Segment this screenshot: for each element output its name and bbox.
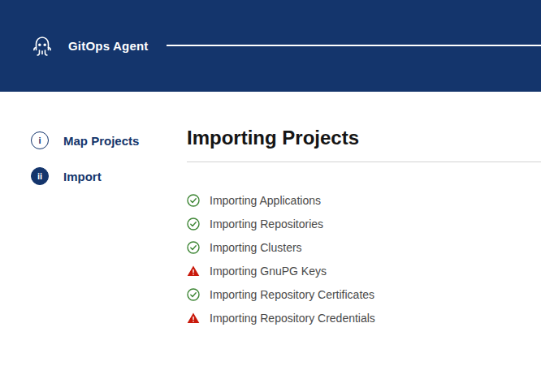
import-status-label: Importing Repository Credentials — [210, 312, 375, 325]
warning-triangle-icon — [187, 312, 200, 325]
page-content: i Map Projects ii Import Importing Proje… — [0, 92, 541, 392]
brand: GitOps Agent — [29, 33, 149, 59]
main-panel: Importing Projects Importing Application… — [187, 92, 541, 392]
import-status-label: Importing Repository Certificates — [210, 288, 374, 301]
wizard-step-label: Map Projects — [63, 134, 139, 148]
wizard-step-import[interactable]: ii Import — [31, 167, 187, 185]
wizard-step-number: ii — [31, 167, 49, 185]
import-status-row: Importing Repository Credentials — [187, 306, 541, 330]
check-circle-icon — [187, 241, 200, 254]
app-title: GitOps Agent — [68, 39, 149, 53]
import-status-row: Importing Applications — [187, 188, 541, 212]
import-status-row: Importing Clusters — [187, 235, 541, 259]
warning-triangle-icon — [187, 265, 200, 278]
import-status-list: Importing Applications Importing Reposit… — [187, 188, 541, 330]
wizard-steps-nav: i Map Projects ii Import — [0, 92, 187, 392]
app-header: GitOps Agent — [0, 0, 541, 92]
import-status-label: Importing GnuPG Keys — [210, 265, 327, 278]
wizard-step-label: Import — [63, 170, 102, 183]
header-divider — [167, 45, 541, 46]
check-circle-icon — [187, 218, 200, 230]
octopus-logo-icon — [29, 33, 55, 59]
import-status-row: Importing Repositories — [187, 212, 541, 235]
title-divider — [187, 162, 541, 162]
import-status-row: Importing GnuPG Keys — [187, 259, 541, 282]
import-status-row: Importing Repository Certificates — [187, 282, 541, 306]
import-status-label: Importing Repositories — [210, 218, 323, 230]
wizard-step-map-projects[interactable]: i Map Projects — [31, 131, 187, 149]
import-status-label: Importing Clusters — [210, 241, 302, 254]
page-title: Importing Projects — [187, 127, 541, 149]
check-circle-icon — [187, 288, 200, 301]
wizard-step-number: i — [31, 131, 49, 149]
check-circle-icon — [187, 194, 200, 207]
import-status-label: Importing Applications — [210, 194, 321, 207]
